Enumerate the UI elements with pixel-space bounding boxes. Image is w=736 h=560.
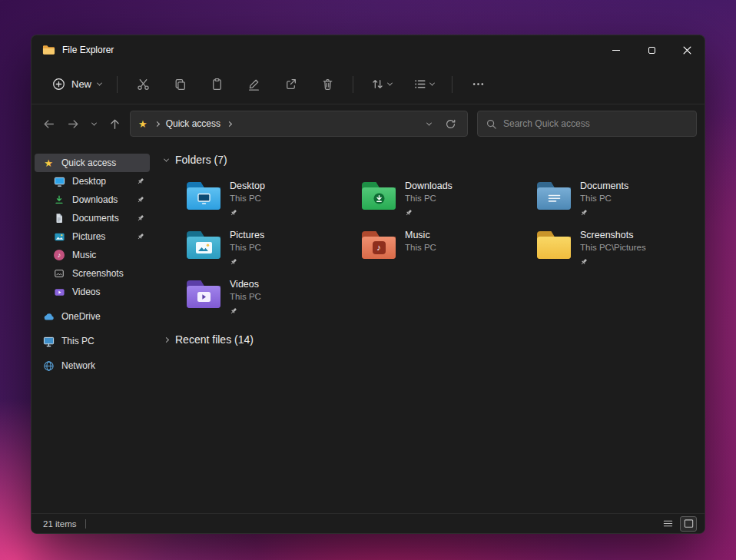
toolbar-divider <box>452 76 453 93</box>
new-button-label: New <box>71 78 91 90</box>
refresh-button[interactable] <box>445 118 456 130</box>
downloads-folder-icon <box>362 182 396 210</box>
pin-icon <box>137 214 144 222</box>
sidebar-item-music[interactable]: ♪ Music <box>35 246 150 264</box>
see-more-button[interactable] <box>462 71 493 98</box>
sidebar-item-screenshots[interactable]: Screenshots <box>35 264 150 283</box>
folder-tile-documents[interactable]: Documents This PC <box>534 179 698 228</box>
sidebar-item-quick-access[interactable]: ★ Quick access <box>35 154 150 172</box>
chevron-down-icon <box>387 81 393 86</box>
pin-icon <box>580 206 628 220</box>
sidebar-item-onedrive[interactable]: OneDrive <box>35 307 150 326</box>
pin-icon <box>137 196 144 204</box>
breadcrumb-chevron-icon <box>154 121 160 126</box>
sidebar-item-documents[interactable]: Documents <box>35 209 150 227</box>
address-dropdown-chevron-icon[interactable] <box>426 120 432 125</box>
pin-icon <box>230 304 261 318</box>
up-button[interactable] <box>102 111 127 136</box>
forward-button[interactable] <box>61 111 85 136</box>
sidebar-item-pictures[interactable]: Pictures <box>35 227 150 246</box>
folder-tile-screenshots[interactable]: Screenshots This PC\Pictures <box>534 228 698 277</box>
quick-access-star-icon: ★ <box>138 119 148 129</box>
address-bar-tools <box>427 118 459 130</box>
large-icons-view-button[interactable] <box>680 516 697 532</box>
arrow-right-icon <box>67 118 80 131</box>
video-icon <box>53 286 65 298</box>
share-button[interactable] <box>275 71 306 98</box>
cloud-icon <box>42 310 55 323</box>
view-switcher <box>659 516 697 532</box>
rename-icon <box>247 78 260 91</box>
view-icon <box>413 78 426 91</box>
breadcrumb-chevron-icon[interactable] <box>227 121 232 126</box>
folder-name: Screenshots <box>580 230 646 241</box>
folder-tile-pictures[interactable]: Pictures This PC <box>184 228 348 277</box>
sidebar-item-label: This PC <box>61 336 94 346</box>
navigation-pane: ★ Quick access Desktop Downloads Documen… <box>31 143 153 515</box>
cut-icon <box>137 78 150 91</box>
download-icon <box>53 194 65 206</box>
pin-icon <box>137 177 144 185</box>
cut-button[interactable] <box>128 71 158 98</box>
paste-icon <box>211 78 224 91</box>
recent-locations-button[interactable] <box>85 111 102 136</box>
sidebar-item-label: Videos <box>72 287 100 297</box>
expand-chevron-icon[interactable] <box>164 336 169 342</box>
minimize-icon <box>612 50 620 51</box>
pin-icon <box>580 255 646 269</box>
breadcrumb-location[interactable]: Quick access <box>166 118 220 129</box>
sort-icon <box>371 78 384 91</box>
search-icon <box>486 118 497 130</box>
folder-tile-videos[interactable]: Videos This PC <box>184 277 348 326</box>
sidebar-item-desktop[interactable]: Desktop <box>35 172 150 191</box>
close-icon <box>683 46 691 55</box>
address-bar[interactable]: ★ Quick access <box>130 111 468 137</box>
folder-name: Music <box>405 230 436 241</box>
maximize-button[interactable] <box>634 35 669 65</box>
folder-name: Videos <box>230 279 261 290</box>
folder-name: Pictures <box>230 230 264 241</box>
chevron-down-icon <box>429 81 435 86</box>
close-button[interactable] <box>669 35 705 65</box>
toolbar-divider <box>353 76 353 93</box>
search-input[interactable] <box>503 118 688 129</box>
sidebar-item-downloads[interactable]: Downloads <box>35 191 150 209</box>
back-button[interactable] <box>36 111 61 136</box>
document-icon <box>53 212 65 224</box>
folders-section-header[interactable]: Folders (7) <box>164 152 705 167</box>
folder-tile-desktop[interactable]: Desktop This PC <box>184 179 348 228</box>
folder-location: This PC <box>230 243 264 252</box>
titlebar[interactable]: File Explorer <box>31 35 705 65</box>
pictures-folder-icon <box>187 231 220 259</box>
folder-location: This PC <box>405 194 453 203</box>
copy-button[interactable] <box>164 71 195 98</box>
globe-icon <box>42 360 55 372</box>
maximize-icon <box>648 47 655 54</box>
sidebar-item-network[interactable]: Network <box>35 356 150 375</box>
search-box[interactable] <box>477 111 697 137</box>
minimize-button[interactable] <box>598 35 634 65</box>
sidebar-item-videos[interactable]: Videos <box>35 283 150 301</box>
sidebar-item-label: Screenshots <box>72 268 124 279</box>
paste-button[interactable] <box>201 71 232 98</box>
item-count: 21 items <box>43 519 76 529</box>
picture-icon <box>53 230 65 243</box>
rename-button[interactable] <box>238 71 269 98</box>
view-button[interactable] <box>407 71 440 98</box>
collapse-chevron-icon[interactable] <box>164 156 169 161</box>
sidebar-item-this-pc[interactable]: This PC <box>35 332 150 350</box>
sidebar-item-label: Downloads <box>72 194 118 205</box>
folder-tile-downloads[interactable]: Downloads This PC <box>359 179 523 228</box>
videos-folder-icon <box>187 280 220 308</box>
window-title: File Explorer <box>62 45 114 55</box>
new-button[interactable]: New <box>44 72 110 96</box>
sidebar-item-label: Network <box>61 360 95 371</box>
folder-location: This PC\Pictures <box>580 243 646 252</box>
details-view-button[interactable] <box>659 516 676 532</box>
sort-button[interactable] <box>365 71 398 98</box>
recent-files-section-header[interactable]: Recent files (14) <box>164 332 705 347</box>
star-icon: ★ <box>42 157 55 169</box>
folder-tile-music[interactable]: ♪ Music This PC <box>359 228 523 277</box>
delete-button[interactable] <box>312 71 343 98</box>
more-ellipsis-icon <box>472 78 485 91</box>
